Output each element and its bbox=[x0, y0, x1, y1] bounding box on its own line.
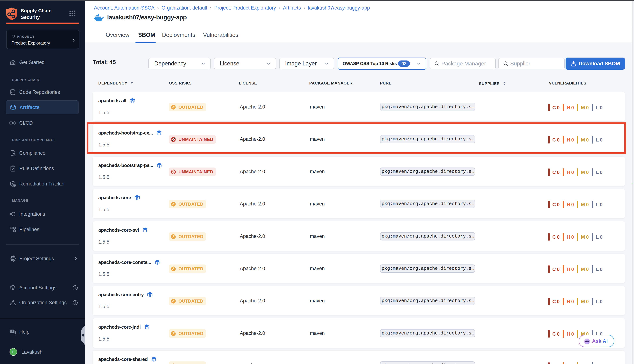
svg-text:?: ? bbox=[11, 330, 13, 333]
